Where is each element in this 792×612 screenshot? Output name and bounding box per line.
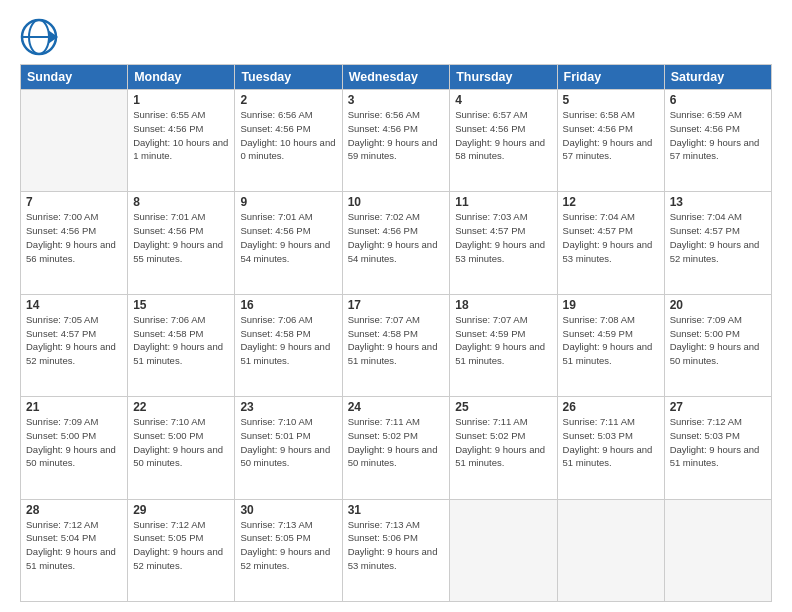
- calendar-cell: 20Sunrise: 7:09 AMSunset: 5:00 PMDayligh…: [664, 294, 771, 396]
- day-number: 17: [348, 298, 445, 312]
- day-info: Sunrise: 7:04 AMSunset: 4:57 PMDaylight:…: [670, 210, 766, 265]
- day-info: Sunrise: 7:12 AMSunset: 5:03 PMDaylight:…: [670, 415, 766, 470]
- day-number: 1: [133, 93, 229, 107]
- day-number: 8: [133, 195, 229, 209]
- day-info: Sunrise: 7:09 AMSunset: 5:00 PMDaylight:…: [26, 415, 122, 470]
- day-number: 9: [240, 195, 336, 209]
- day-info: Sunrise: 7:06 AMSunset: 4:58 PMDaylight:…: [240, 313, 336, 368]
- day-info: Sunrise: 7:03 AMSunset: 4:57 PMDaylight:…: [455, 210, 551, 265]
- calendar-week-row: 21Sunrise: 7:09 AMSunset: 5:00 PMDayligh…: [21, 397, 772, 499]
- day-info: Sunrise: 7:11 AMSunset: 5:02 PMDaylight:…: [348, 415, 445, 470]
- calendar-week-row: 1Sunrise: 6:55 AMSunset: 4:56 PMDaylight…: [21, 90, 772, 192]
- calendar-cell: 19Sunrise: 7:08 AMSunset: 4:59 PMDayligh…: [557, 294, 664, 396]
- calendar-week-row: 7Sunrise: 7:00 AMSunset: 4:56 PMDaylight…: [21, 192, 772, 294]
- day-number: 30: [240, 503, 336, 517]
- calendar-cell: 27Sunrise: 7:12 AMSunset: 5:03 PMDayligh…: [664, 397, 771, 499]
- weekday-header: Sunday: [21, 65, 128, 90]
- day-number: 16: [240, 298, 336, 312]
- calendar-cell: 10Sunrise: 7:02 AMSunset: 4:56 PMDayligh…: [342, 192, 450, 294]
- day-info: Sunrise: 7:04 AMSunset: 4:57 PMDaylight:…: [563, 210, 659, 265]
- calendar-cell: [450, 499, 557, 601]
- day-number: 23: [240, 400, 336, 414]
- calendar-cell: 18Sunrise: 7:07 AMSunset: 4:59 PMDayligh…: [450, 294, 557, 396]
- day-info: Sunrise: 7:00 AMSunset: 4:56 PMDaylight:…: [26, 210, 122, 265]
- day-number: 10: [348, 195, 445, 209]
- day-number: 6: [670, 93, 766, 107]
- calendar-cell: 4Sunrise: 6:57 AMSunset: 4:56 PMDaylight…: [450, 90, 557, 192]
- calendar-cell: [557, 499, 664, 601]
- day-info: Sunrise: 7:10 AMSunset: 5:01 PMDaylight:…: [240, 415, 336, 470]
- calendar-cell: 22Sunrise: 7:10 AMSunset: 5:00 PMDayligh…: [128, 397, 235, 499]
- day-number: 18: [455, 298, 551, 312]
- calendar-cell: 23Sunrise: 7:10 AMSunset: 5:01 PMDayligh…: [235, 397, 342, 499]
- logo-icon: [20, 18, 58, 56]
- day-number: 26: [563, 400, 659, 414]
- day-number: 27: [670, 400, 766, 414]
- calendar-cell: 11Sunrise: 7:03 AMSunset: 4:57 PMDayligh…: [450, 192, 557, 294]
- day-info: Sunrise: 6:56 AMSunset: 4:56 PMDaylight:…: [348, 108, 445, 163]
- day-number: 25: [455, 400, 551, 414]
- day-info: Sunrise: 6:55 AMSunset: 4:56 PMDaylight:…: [133, 108, 229, 163]
- day-info: Sunrise: 7:02 AMSunset: 4:56 PMDaylight:…: [348, 210, 445, 265]
- day-info: Sunrise: 7:11 AMSunset: 5:02 PMDaylight:…: [455, 415, 551, 470]
- calendar-cell: [664, 499, 771, 601]
- calendar-cell: 28Sunrise: 7:12 AMSunset: 5:04 PMDayligh…: [21, 499, 128, 601]
- weekday-header: Thursday: [450, 65, 557, 90]
- day-info: Sunrise: 6:56 AMSunset: 4:56 PMDaylight:…: [240, 108, 336, 163]
- day-info: Sunrise: 7:12 AMSunset: 5:04 PMDaylight:…: [26, 518, 122, 573]
- day-info: Sunrise: 7:09 AMSunset: 5:00 PMDaylight:…: [670, 313, 766, 368]
- calendar-cell: 3Sunrise: 6:56 AMSunset: 4:56 PMDaylight…: [342, 90, 450, 192]
- day-info: Sunrise: 7:06 AMSunset: 4:58 PMDaylight:…: [133, 313, 229, 368]
- day-number: 29: [133, 503, 229, 517]
- day-info: Sunrise: 7:13 AMSunset: 5:05 PMDaylight:…: [240, 518, 336, 573]
- calendar-cell: 9Sunrise: 7:01 AMSunset: 4:56 PMDaylight…: [235, 192, 342, 294]
- calendar-cell: 6Sunrise: 6:59 AMSunset: 4:56 PMDaylight…: [664, 90, 771, 192]
- day-number: 22: [133, 400, 229, 414]
- calendar-cell: 21Sunrise: 7:09 AMSunset: 5:00 PMDayligh…: [21, 397, 128, 499]
- day-info: Sunrise: 6:57 AMSunset: 4:56 PMDaylight:…: [455, 108, 551, 163]
- calendar-cell: 17Sunrise: 7:07 AMSunset: 4:58 PMDayligh…: [342, 294, 450, 396]
- calendar-table: SundayMondayTuesdayWednesdayThursdayFrid…: [20, 64, 772, 602]
- weekday-header: Tuesday: [235, 65, 342, 90]
- day-number: 20: [670, 298, 766, 312]
- day-info: Sunrise: 7:13 AMSunset: 5:06 PMDaylight:…: [348, 518, 445, 573]
- day-info: Sunrise: 7:05 AMSunset: 4:57 PMDaylight:…: [26, 313, 122, 368]
- calendar-cell: 13Sunrise: 7:04 AMSunset: 4:57 PMDayligh…: [664, 192, 771, 294]
- calendar-cell: 15Sunrise: 7:06 AMSunset: 4:58 PMDayligh…: [128, 294, 235, 396]
- weekday-header: Friday: [557, 65, 664, 90]
- logo: [20, 18, 62, 56]
- calendar-cell: 24Sunrise: 7:11 AMSunset: 5:02 PMDayligh…: [342, 397, 450, 499]
- calendar-cell: 2Sunrise: 6:56 AMSunset: 4:56 PMDaylight…: [235, 90, 342, 192]
- day-number: 11: [455, 195, 551, 209]
- calendar-cell: 16Sunrise: 7:06 AMSunset: 4:58 PMDayligh…: [235, 294, 342, 396]
- calendar-week-row: 14Sunrise: 7:05 AMSunset: 4:57 PMDayligh…: [21, 294, 772, 396]
- day-info: Sunrise: 7:07 AMSunset: 4:58 PMDaylight:…: [348, 313, 445, 368]
- calendar-cell: 8Sunrise: 7:01 AMSunset: 4:56 PMDaylight…: [128, 192, 235, 294]
- calendar-cell: 12Sunrise: 7:04 AMSunset: 4:57 PMDayligh…: [557, 192, 664, 294]
- calendar-cell: 14Sunrise: 7:05 AMSunset: 4:57 PMDayligh…: [21, 294, 128, 396]
- day-info: Sunrise: 7:01 AMSunset: 4:56 PMDaylight:…: [133, 210, 229, 265]
- day-number: 31: [348, 503, 445, 517]
- weekday-header: Saturday: [664, 65, 771, 90]
- day-number: 5: [563, 93, 659, 107]
- calendar-cell: [21, 90, 128, 192]
- day-number: 4: [455, 93, 551, 107]
- day-number: 7: [26, 195, 122, 209]
- day-info: Sunrise: 6:59 AMSunset: 4:56 PMDaylight:…: [670, 108, 766, 163]
- calendar-cell: 30Sunrise: 7:13 AMSunset: 5:05 PMDayligh…: [235, 499, 342, 601]
- calendar-cell: 5Sunrise: 6:58 AMSunset: 4:56 PMDaylight…: [557, 90, 664, 192]
- calendar-header-row: SundayMondayTuesdayWednesdayThursdayFrid…: [21, 65, 772, 90]
- day-info: Sunrise: 7:12 AMSunset: 5:05 PMDaylight:…: [133, 518, 229, 573]
- page: SundayMondayTuesdayWednesdayThursdayFrid…: [0, 0, 792, 612]
- calendar-cell: 7Sunrise: 7:00 AMSunset: 4:56 PMDaylight…: [21, 192, 128, 294]
- day-number: 14: [26, 298, 122, 312]
- day-info: Sunrise: 7:11 AMSunset: 5:03 PMDaylight:…: [563, 415, 659, 470]
- calendar-cell: 31Sunrise: 7:13 AMSunset: 5:06 PMDayligh…: [342, 499, 450, 601]
- calendar-cell: 26Sunrise: 7:11 AMSunset: 5:03 PMDayligh…: [557, 397, 664, 499]
- day-number: 24: [348, 400, 445, 414]
- day-info: Sunrise: 7:07 AMSunset: 4:59 PMDaylight:…: [455, 313, 551, 368]
- day-number: 12: [563, 195, 659, 209]
- day-number: 13: [670, 195, 766, 209]
- day-info: Sunrise: 7:01 AMSunset: 4:56 PMDaylight:…: [240, 210, 336, 265]
- day-number: 28: [26, 503, 122, 517]
